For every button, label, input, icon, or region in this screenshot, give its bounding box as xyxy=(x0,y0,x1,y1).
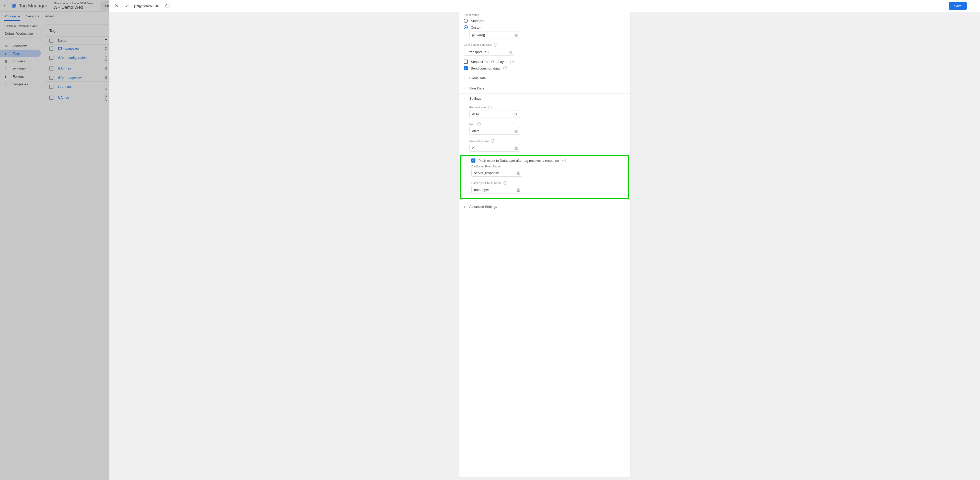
expander-advanced[interactable]: ›Advanced Settings xyxy=(459,202,630,211)
help-icon[interactable]: ? xyxy=(492,139,495,143)
variable-picker-icon[interactable]: ▥ xyxy=(509,49,512,54)
chevron-down-icon: › xyxy=(463,98,466,99)
help-icon[interactable]: ? xyxy=(503,67,507,70)
variable-picker-icon[interactable]: ▥ xyxy=(514,129,518,134)
dl-obj-input[interactable]: dataLayer ▥ xyxy=(471,186,522,194)
help-icon[interactable]: ? xyxy=(494,43,497,46)
request-type-select[interactable]: Auto ▼ xyxy=(469,110,520,118)
variable-picker-icon[interactable]: ▥ xyxy=(516,188,520,192)
caret-down-icon: ▼ xyxy=(515,113,518,116)
protocol-input[interactable]: 2 ▥ xyxy=(469,144,520,151)
protocol-label: Protocol version xyxy=(469,140,490,143)
gtm-url-label: GTM Server Side URL xyxy=(464,43,492,46)
save-button[interactable]: Save xyxy=(949,2,967,10)
folder-icon[interactable] xyxy=(165,3,170,8)
help-icon[interactable]: ? xyxy=(477,122,481,126)
variable-picker-icon[interactable]: ▥ xyxy=(514,33,518,38)
gtm-url-input[interactable]: {{transport url}} ▥ xyxy=(464,48,514,56)
path-label: Path xyxy=(469,123,475,126)
expander-settings[interactable]: ›Settings xyxy=(459,93,630,103)
highlighted-region: Push event to DataLayer after tag receiv… xyxy=(460,155,629,199)
help-icon[interactable]: ? xyxy=(510,60,514,64)
path-input[interactable]: /data ▥ xyxy=(469,127,520,135)
chevron-right-icon: › xyxy=(464,87,465,90)
checkbox-push-datalayer[interactable] xyxy=(471,159,476,162)
variable-picker-icon[interactable]: ▥ xyxy=(516,170,520,175)
radio-custom[interactable] xyxy=(464,25,468,29)
expander-event-data[interactable]: ›Event Data xyxy=(459,73,630,83)
variable-picker-icon[interactable]: ▥ xyxy=(514,145,518,150)
expander-user-data[interactable]: ›User Data xyxy=(459,83,630,93)
dl-event-label: DataLayer Event Name xyxy=(461,164,628,168)
chevron-right-icon: › xyxy=(464,76,465,80)
more-menu-button[interactable]: ⋮ xyxy=(968,2,976,10)
event-name-input[interactable]: {{Event}} ▥ xyxy=(469,31,520,39)
event-name-label: Event Name xyxy=(459,12,630,17)
checkbox-send-all[interactable] xyxy=(464,60,468,64)
tag-editor-panel: ✕ DT - pageview, ee Save ⋮ Event Name St… xyxy=(110,0,980,480)
radio-standard[interactable] xyxy=(464,19,468,23)
dl-obj-label: DataLayer Object Name xyxy=(471,181,501,184)
chevron-right-icon: › xyxy=(464,205,465,208)
tag-title-input[interactable]: DT - pageview, ee xyxy=(124,3,159,9)
close-button[interactable]: ✕ xyxy=(115,3,119,9)
request-type-label: Request type xyxy=(469,106,486,109)
help-icon[interactable]: ? xyxy=(504,181,507,185)
help-icon[interactable]: ? xyxy=(488,106,492,109)
help-icon[interactable]: ? xyxy=(562,159,566,162)
checkbox-send-common[interactable] xyxy=(464,66,468,70)
dl-event-input[interactable]: server_response ▥ xyxy=(471,169,522,176)
